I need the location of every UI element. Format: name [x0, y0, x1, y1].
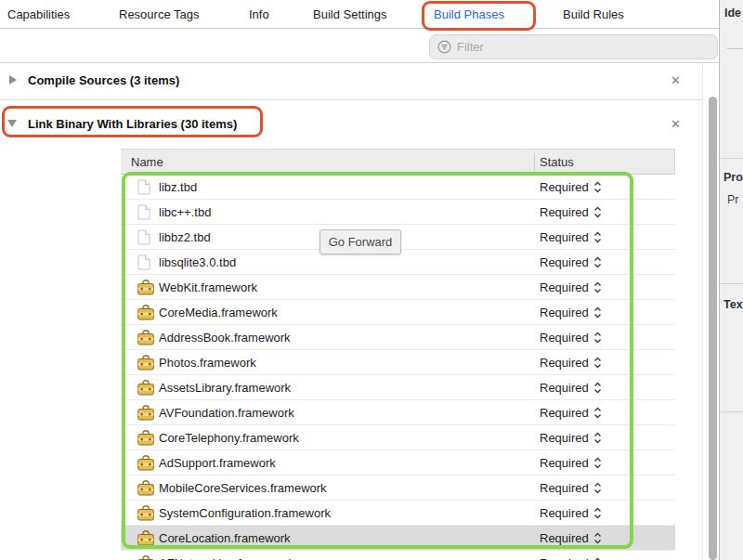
framework-icon — [137, 355, 154, 371]
library-name: SystemConfiguration.framework — [159, 506, 331, 520]
column-header-name[interactable]: Name — [131, 155, 163, 169]
divider — [720, 283, 743, 284]
document-icon — [137, 179, 154, 195]
library-row[interactable]: AVFoundation.frameworkRequired — [121, 400, 675, 425]
status-popup-button[interactable]: Required — [540, 280, 602, 294]
library-name: CoreMedia.framework — [159, 306, 278, 319]
status-label: Required — [540, 331, 589, 345]
status-popup-button[interactable]: Required — [540, 356, 602, 370]
framework-icon — [137, 405, 154, 421]
status-popup-button[interactable]: Required — [540, 531, 602, 545]
library-row[interactable]: libz.tbdRequired — [121, 175, 675, 200]
libraries-table: Name Status libz.tbdRequiredlibc++.tbdRe… — [121, 149, 675, 560]
status-label: Required — [540, 481, 589, 495]
filter-field[interactable] — [429, 34, 718, 59]
up-down-chevrons-icon — [593, 281, 602, 293]
library-row[interactable]: CoreTelephony.frameworkRequired — [121, 425, 675, 450]
tab-bar: Capabilities Resource Tags Info Build Se… — [0, 0, 719, 29]
library-name: WebKit.framework — [159, 280, 257, 294]
compile-sources-section-title: Compile Sources (3 items) — [28, 73, 179, 87]
status-popup-button[interactable]: Required — [540, 306, 602, 319]
framework-icon — [137, 330, 154, 345]
library-name: Photos.framework — [159, 356, 256, 370]
status-label: Required — [540, 255, 589, 269]
inspector-panel: Ide Pro Pr Tex — [719, 0, 743, 560]
library-name: libz.tbd — [159, 180, 197, 194]
status-popup-button[interactable]: Required — [540, 230, 602, 244]
column-separator — [534, 153, 535, 172]
status-popup-button[interactable]: Required — [540, 406, 602, 420]
up-down-chevrons-icon — [593, 432, 602, 444]
up-down-chevrons-icon — [593, 181, 602, 193]
library-row[interactable]: AdSupport.frameworkRequired — [121, 450, 675, 475]
status-popup-button[interactable]: Required — [540, 381, 602, 395]
inspector-identity-label: Ide — [724, 7, 741, 20]
scroll-gutter-line — [702, 63, 703, 560]
library-row[interactable]: CoreMedia.frameworkRequired — [121, 300, 675, 325]
up-down-chevrons-icon — [593, 357, 602, 369]
library-row[interactable]: WebKit.frameworkRequired — [121, 275, 675, 300]
status-popup-button[interactable]: Required — [540, 506, 602, 520]
close-icon[interactable]: ✕ — [671, 73, 681, 87]
library-name: AssetsLibrary.framework — [159, 381, 291, 395]
status-label: Required — [540, 531, 589, 545]
up-down-chevrons-icon — [593, 507, 602, 519]
filter-input[interactable] — [457, 40, 698, 54]
tab-build-phases[interactable]: Build Phases — [434, 7, 504, 21]
library-row[interactable]: MobileCoreServices.frameworkRequired — [121, 475, 675, 501]
status-label: Required — [540, 180, 589, 194]
tab-info[interactable]: Info — [249, 7, 269, 21]
up-down-chevrons-icon — [593, 457, 602, 469]
status-popup-button[interactable]: Required — [540, 456, 602, 470]
status-popup-button[interactable]: Required — [540, 556, 602, 560]
status-popup-button[interactable]: Required — [540, 481, 602, 495]
status-label: Required — [540, 205, 589, 219]
library-row[interactable]: AssetsLibrary.frameworkRequired — [121, 375, 675, 400]
filter-icon — [437, 40, 451, 54]
status-popup-button[interactable]: Required — [540, 255, 602, 269]
framework-icon — [137, 455, 154, 471]
disclosure-triangle-right-icon[interactable] — [9, 75, 17, 85]
library-row[interactable]: AddressBook.frameworkRequired — [121, 325, 675, 350]
tab-build-rules[interactable]: Build Rules — [563, 7, 624, 21]
library-row[interactable]: libc++.tbdRequired — [121, 200, 675, 225]
library-row[interactable]: SystemConfiguration.frameworkRequired — [121, 501, 675, 526]
document-icon — [137, 229, 154, 245]
disclosure-triangle-down-icon[interactable] — [7, 120, 17, 127]
framework-icon — [137, 305, 154, 320]
up-down-chevrons-icon — [593, 231, 602, 243]
library-name: libsqlite3.0.tbd — [159, 255, 236, 269]
framework-icon — [137, 530, 154, 546]
library-name: MobileCoreServices.framework — [159, 481, 327, 495]
close-icon[interactable]: ✕ — [671, 117, 681, 131]
status-label: Required — [540, 356, 589, 370]
up-down-chevrons-icon — [593, 256, 602, 268]
library-name: AdSupport.framework — [159, 456, 276, 470]
go-forward-tooltip: Go Forward — [319, 229, 401, 254]
up-down-chevrons-icon — [593, 332, 602, 344]
status-popup-button[interactable]: Required — [540, 205, 602, 219]
status-label: Required — [540, 406, 589, 420]
divider — [720, 411, 743, 412]
document-icon — [137, 204, 154, 220]
tab-build-settings[interactable]: Build Settings — [313, 7, 387, 21]
library-row[interactable]: AFNetworking.frameworkRequired — [121, 551, 675, 560]
framework-icon — [137, 380, 154, 396]
status-popup-button[interactable]: Required — [540, 180, 602, 194]
library-row[interactable]: CoreLocation.frameworkRequired — [121, 526, 675, 551]
column-header-status[interactable]: Status — [540, 155, 574, 169]
library-name: AddressBook.framework — [159, 331, 291, 345]
library-name: CoreLocation.framework — [159, 531, 291, 545]
tab-resource-tags[interactable]: Resource Tags — [119, 7, 199, 21]
status-popup-button[interactable]: Required — [540, 331, 602, 345]
up-down-chevrons-icon — [593, 206, 602, 218]
status-popup-button[interactable]: Required — [540, 431, 602, 445]
up-down-chevrons-icon — [593, 306, 602, 319]
inspector-project-sub-label: Pr — [727, 193, 739, 206]
up-down-chevrons-icon — [593, 482, 602, 494]
tab-capabilities[interactable]: Capabilities — [7, 7, 70, 21]
library-name: AVFoundation.framework — [159, 406, 294, 420]
vertical-scrollbar[interactable] — [709, 97, 717, 560]
framework-icon — [137, 280, 154, 295]
library-row[interactable]: Photos.frameworkRequired — [121, 350, 675, 375]
